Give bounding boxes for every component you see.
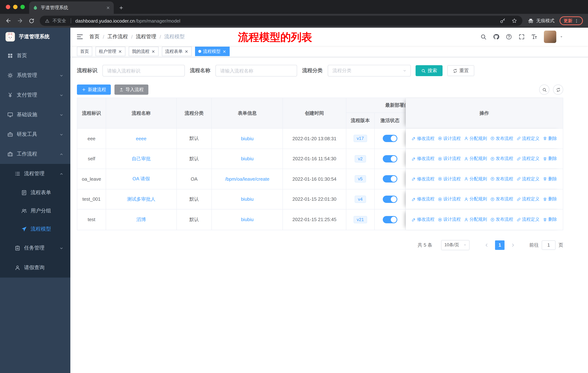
browser-update-button[interactable]: 更新 [560, 16, 583, 25]
model-name-link[interactable]: 滔博 [136, 216, 146, 223]
address-bar[interactable]: 不安全 dashboard.yudao.iocoder.cn /bpm/mana… [40, 16, 522, 26]
refresh-table-button[interactable] [553, 84, 563, 95]
tag-close-icon[interactable] [118, 49, 122, 53]
active-state-toggle[interactable] [383, 216, 397, 223]
action-assign-rule[interactable]: 分配规则 [464, 156, 487, 162]
action-assign-rule[interactable]: 分配规则 [464, 196, 487, 202]
toggle-search-button[interactable] [539, 84, 549, 95]
action-assign-rule[interactable]: 分配规则 [464, 135, 487, 142]
question-icon[interactable] [506, 33, 512, 40]
password-key-icon[interactable] [500, 18, 506, 24]
create-model-button[interactable]: 新建流程 [77, 84, 111, 95]
action-design-model[interactable]: 设计流程 [438, 196, 461, 202]
tag-close-icon[interactable] [222, 49, 226, 53]
close-window-button[interactable] [6, 5, 10, 9]
forward-icon[interactable] [17, 18, 23, 24]
active-state-toggle[interactable] [383, 175, 397, 183]
github-icon[interactable] [493, 33, 499, 40]
tag-process-form[interactable]: 流程表单 [162, 47, 192, 56]
action-model-definition[interactable]: 流程定义 [516, 196, 539, 202]
model-name-link[interactable]: eeee [136, 136, 147, 141]
active-state-toggle[interactable] [383, 155, 397, 162]
search-icon[interactable] [480, 33, 487, 40]
action-delete-model[interactable]: 删除 [543, 217, 557, 223]
action-edit-model[interactable]: 修改流程 [411, 196, 435, 202]
action-design-model[interactable]: 设计流程 [438, 217, 461, 223]
form-info-link[interactable]: biubiu [241, 217, 253, 222]
browser-menu-icon[interactable] [574, 18, 579, 23]
breadcrumb-item[interactable]: 首页 [89, 33, 100, 40]
sidebar-item-system-management[interactable]: 系统管理 [0, 66, 70, 85]
page-number-1[interactable]: 1 [495, 240, 504, 250]
action-assign-rule[interactable]: 分配规则 [464, 217, 487, 223]
sidebar-item-home[interactable]: 首页 [0, 46, 70, 66]
category-select[interactable]: 流程分类 [328, 65, 411, 77]
tag-close-icon[interactable] [151, 49, 155, 53]
action-delete-model[interactable]: 删除 [543, 176, 557, 182]
action-model-definition[interactable]: 流程定义 [516, 176, 539, 182]
action-delete-model[interactable]: 删除 [543, 156, 557, 162]
security-warning-icon[interactable] [45, 18, 50, 23]
sidebar-item-infrastructure[interactable]: 基础设施 [0, 105, 70, 125]
action-model-definition[interactable]: 流程定义 [516, 217, 539, 223]
action-delete-model[interactable]: 删除 [543, 196, 557, 202]
minimize-window-button[interactable] [13, 5, 18, 9]
page-size-select[interactable]: 10条/页 [441, 240, 470, 250]
action-publish-model[interactable]: 发布流程 [490, 196, 513, 202]
back-icon[interactable] [5, 18, 12, 24]
tag-my-process[interactable]: 我的流程 [129, 47, 158, 56]
model-id-input[interactable] [102, 65, 185, 77]
sidebar-item-task-management[interactable]: 任务管理 [0, 238, 70, 258]
reset-button[interactable]: 重置 [447, 65, 474, 76]
tag-close-icon[interactable] [184, 49, 189, 53]
search-button[interactable]: 搜索 [416, 65, 442, 76]
sidebar-item-payment-management[interactable]: 支付管理 [0, 85, 70, 105]
action-model-definition[interactable]: 流程定义 [516, 156, 539, 162]
user-avatar[interactable] [544, 30, 556, 43]
breadcrumb-item[interactable]: 工作流程 [107, 33, 128, 40]
active-state-toggle[interactable] [383, 196, 397, 203]
reload-icon[interactable] [28, 18, 35, 24]
model-name-link[interactable]: 测试多审批人 [127, 196, 155, 202]
action-edit-model[interactable]: 修改流程 [411, 135, 435, 142]
action-publish-model[interactable]: 发布流程 [490, 135, 513, 142]
prev-page-button[interactable] [482, 240, 491, 250]
zoom-window-button[interactable] [21, 5, 25, 9]
form-info-link[interactable]: biubiu [241, 156, 253, 161]
action-publish-model[interactable]: 发布流程 [490, 156, 513, 162]
sidebar-item-leave-query[interactable]: 请假查询 [0, 258, 70, 278]
model-name-link[interactable]: OA 请假 [133, 176, 150, 182]
sidebar-item-user-group[interactable]: 用户分组 [0, 202, 70, 220]
tab-close-icon[interactable] [106, 6, 110, 10]
import-model-button[interactable]: 导入流程 [115, 84, 148, 95]
form-info-link[interactable]: biubiu [241, 136, 253, 141]
model-name-link[interactable]: 自己审批 [132, 156, 151, 162]
sidebar-item-process-form[interactable]: 流程表单 [0, 184, 70, 202]
sidebar-item-dev-tools[interactable]: 研发工具 [0, 125, 70, 144]
next-page-button[interactable] [508, 240, 518, 250]
action-design-model[interactable]: 设计流程 [438, 176, 461, 182]
fontsize-icon[interactable] [531, 33, 538, 40]
action-model-definition[interactable]: 流程定义 [516, 135, 539, 142]
form-info-link[interactable]: biubiu [241, 197, 253, 202]
sidebar-item-process-model[interactable]: 流程模型 [0, 220, 70, 238]
tag-home[interactable]: 首页 [77, 47, 92, 56]
action-edit-model[interactable]: 修改流程 [411, 176, 435, 182]
action-design-model[interactable]: 设计流程 [438, 135, 461, 142]
new-tab-button[interactable] [119, 5, 124, 10]
action-design-model[interactable]: 设计流程 [438, 156, 461, 162]
breadcrumb-item[interactable]: 流程管理 [136, 33, 156, 40]
action-edit-model[interactable]: 修改流程 [411, 156, 435, 162]
action-publish-model[interactable]: 发布流程 [490, 176, 513, 182]
sidebar-item-workflow[interactable]: 工作流程 [0, 144, 70, 164]
sidebar-collapse-icon[interactable] [76, 33, 84, 40]
action-delete-model[interactable]: 删除 [543, 135, 557, 142]
form-info-link[interactable]: /bpm/oa/leave/create [225, 176, 269, 182]
browser-tab[interactable]: 芋道管理系统 [29, 1, 114, 14]
action-edit-model[interactable]: 修改流程 [411, 217, 435, 223]
fullscreen-icon[interactable] [518, 33, 525, 40]
tag-process-model[interactable]: 流程模型 [195, 47, 230, 56]
tag-tenant-management[interactable]: 租户管理 [95, 47, 126, 56]
active-state-toggle[interactable] [383, 135, 397, 142]
app-logo-row[interactable]: 芋道管理系统 [0, 28, 70, 46]
